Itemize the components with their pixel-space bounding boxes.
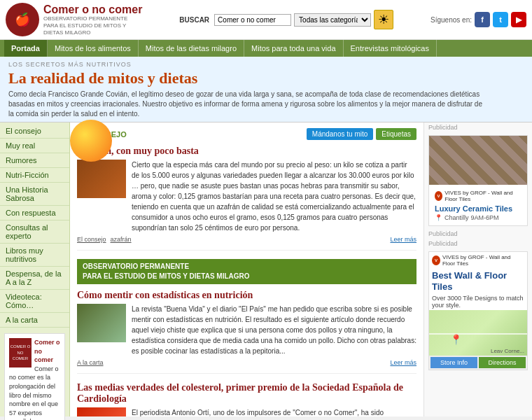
book-cover-image: COMER O NO COMER: [9, 338, 31, 368]
left-sidebar: El consejo Muy real Rumores Nutri-Ficció…: [0, 122, 70, 416]
search-category-select[interactable]: Todas las categorías: [294, 13, 371, 27]
article-colesterol-image: [77, 407, 126, 416]
book-description: Comer o no comer es la prolongación del …: [9, 365, 60, 420]
sidebar-item-carta[interactable]: A la carta: [0, 313, 69, 328]
article-estadisticas-image: [77, 304, 126, 342]
content-area: EL CONSEJO Mándanos tu mito Etiquetas Az…: [70, 122, 424, 416]
logo-text: Comer o no comer OBSERVATORIO PERMANENTE…: [43, 4, 142, 36]
article-colesterol-text-start: El periodista Antonio Ortí, uno de los i…: [132, 409, 384, 416]
article-estadisticas-tags: A la carta Leer más: [77, 359, 416, 366]
vives-label: VIVES by GROF - Wall and Floor Tiles: [444, 190, 522, 202]
sidebar-item-muyreal[interactable]: Muy real: [0, 139, 69, 153]
article-colesterol-text: El periodista Antonio Ortí, uno de los i…: [132, 407, 416, 416]
ad-tile-image: [429, 136, 527, 185]
site-title: Comer o no comer: [43, 4, 142, 16]
sidebar-item-rumores[interactable]: Rumores: [0, 153, 69, 168]
tags-button[interactable]: Etiquetas: [376, 128, 416, 140]
article-azafran-text: Cierto que la especia más cara del mundo…: [132, 160, 416, 233]
article-colesterol-body: El periodista Antonio Ortí, uno de los i…: [77, 407, 416, 416]
content-actions: Mándanos tu mito Etiquetas: [307, 128, 416, 140]
nav-item-mitos-dietas[interactable]: Mitos de las dietas milagro: [139, 40, 244, 57]
article-estadisticas-readmore[interactable]: Leer más: [390, 359, 416, 366]
twitter-icon[interactable]: t: [493, 12, 508, 27]
article-colesterol-title[interactable]: Las medias verdades del colesterol, prim…: [77, 382, 416, 405]
nav-item-entrevistas[interactable]: Entrevistas mitológicas: [344, 40, 438, 57]
ad-box-1: V VIVES by GROF - Wall and Floor Tiles L…: [428, 135, 528, 226]
sidebar-item-nutrificcion[interactable]: Nutri-Ficción: [0, 168, 69, 183]
sidebar-item-libros[interactable]: Libros muy nutritivos: [0, 244, 69, 267]
tag-carta[interactable]: A la carta: [77, 359, 104, 366]
logo-area: 🍎 Comer o no comer OBSERVATORIO PERMANEN…: [6, 3, 142, 36]
pub-label-2: Publicidad: [424, 229, 532, 239]
main-nav: Portada Mitos de los alimentos Mitos de …: [0, 40, 532, 57]
store-info-button[interactable]: Store Info: [430, 357, 477, 368]
sidebar-book: COMER O NO COMER Comer o no comer Comer …: [4, 333, 65, 420]
green-band-line1: OBSERVATORIO PERMANENTE: [83, 262, 411, 272]
siguenos-label: Síguenos en:: [430, 16, 472, 24]
ad1-location: 📍 Chantilly 9AM-6PM: [432, 214, 524, 223]
banner: LOS SECRETOS MÁS NUTRITIVOS La realidad …: [0, 57, 532, 122]
main-content: El consejo Muy real Rumores Nutri-Ficció…: [0, 122, 532, 416]
ad1-title: Luxury Ceramic Tiles: [432, 204, 524, 214]
green-band: OBSERVATORIO PERMANENTE PARA EL ESTUDIO …: [77, 259, 416, 284]
tag-azafran[interactable]: azafrán: [111, 236, 132, 243]
sidebar-item-videoteca[interactable]: Videoteca: Cómo…: [0, 290, 69, 313]
directions-button[interactable]: Directions: [479, 357, 526, 368]
article-azafran-readmore[interactable]: Leer más: [390, 236, 416, 243]
map-label: Leav Corne...: [491, 348, 524, 354]
nav-item-mitos-vida[interactable]: Mitos para toda una vida: [244, 40, 343, 57]
send-myth-button[interactable]: Mándanos tu mito: [307, 128, 374, 140]
article-azafran-tags: El consejo azafrán Leer más: [77, 236, 416, 243]
pub-label-3: Publicidad: [424, 239, 532, 248]
right-sidebar: Publicidad V VIVES by GROF - Wall and Fl…: [424, 122, 532, 416]
pub-label-1: Publicidad: [424, 122, 532, 132]
ad2-body: Over 3000 Tile Designs to match your sty…: [429, 293, 527, 310]
banner-tag: LOS SECRETOS MÁS NUTRITIVOS: [8, 61, 524, 68]
orange-decoration: [70, 120, 112, 162]
content-header: EL CONSEJO Mándanos tu mito Etiquetas: [77, 128, 416, 140]
ad2-vives-label: VIVES by GROF - Wall and Floor Tiles: [442, 254, 524, 267]
article-azafran: Azafrán, con muy poco basta Cierto que l…: [77, 146, 416, 251]
banner-title: La realidad de mitos y dietas: [8, 69, 524, 88]
header: 🍎 Comer o no comer OBSERVATORIO PERMANEN…: [0, 0, 532, 40]
article-estadisticas: Cómo mentir con estadísticas en nutrició…: [77, 290, 416, 374]
ad-box-2: V VIVES by GROF - Wall and Floor Tiles B…: [428, 251, 528, 370]
article-estadisticas-body: La revista "Buena Vida" y el diario "El …: [77, 304, 416, 356]
article-estadisticas-text: La revista "Buena Vida" y el diario "El …: [132, 304, 416, 356]
ad2-button-row: Store Info Directions: [429, 356, 527, 370]
green-band-line2: PARA EL ESTUDIO DE MITOS Y DIETAS MILAGR…: [83, 272, 411, 281]
article-azafran-title[interactable]: Azafrán, con muy poco basta: [77, 146, 416, 157]
ad2-vives-icon: V: [432, 255, 440, 265]
search-input[interactable]: [214, 14, 291, 26]
tag-consejo[interactable]: El consejo: [77, 236, 106, 243]
sidebar-item-consultas[interactable]: Consultas al experto: [0, 220, 69, 244]
banner-text: Como decía Francisco Grande Covián, el l…: [8, 90, 484, 119]
search-button[interactable]: ☀: [374, 10, 393, 29]
ad-1-content: V VIVES by GROF - Wall and Floor Tiles L…: [429, 185, 527, 225]
map-marker-icon: 📍: [450, 334, 462, 345]
sidebar-item-historia[interactable]: Una Historia Sabrosa: [0, 183, 69, 206]
search-area: BUSCAR Todas las categorías ☀: [179, 10, 393, 29]
vives-logo: V VIVES by GROF - Wall and Floor Tiles: [432, 188, 524, 204]
nav-item-portada[interactable]: Portada: [4, 40, 48, 57]
youtube-icon[interactable]: ▶: [511, 12, 526, 27]
vives-circle-icon: V: [435, 191, 442, 201]
ad2-vives-logo: V VIVES by GROF - Wall and Floor Tiles: [429, 252, 527, 269]
article-azafran-body: Cierto que la especia más cara del mundo…: [77, 160, 416, 233]
sidebar-item-respuesta[interactable]: Con respuesta: [0, 206, 69, 220]
search-label: BUSCAR: [179, 16, 209, 24]
map-road: [429, 333, 527, 335]
article-estadisticas-title[interactable]: Cómo mentir con estadísticas en nutrició…: [77, 290, 416, 301]
sidebar-item-despensa[interactable]: Despensa, de la A a la Z: [0, 267, 69, 290]
facebook-icon[interactable]: f: [475, 12, 490, 27]
nav-item-mitos-alimentos[interactable]: Mitos de los alimentos: [48, 40, 139, 57]
logo-image: 🍎: [6, 3, 39, 36]
social-area: Síguenos en: f t ▶: [430, 12, 526, 27]
ad2-map-image: 📍 Leav Corne...: [429, 310, 527, 356]
sidebar-item-consejo[interactable]: El consejo: [0, 124, 69, 139]
location-pin-icon: 📍: [435, 214, 442, 221]
article-azafran-image: [77, 160, 126, 198]
ad2-title: Best Wall & Floor Tiles: [429, 269, 527, 293]
site-subtitle: OBSERVATORIO PERMANENTE PARA EL ESTUDIO …: [43, 15, 134, 36]
article-colesterol: Las medias verdades del colesterol, prim…: [77, 382, 416, 416]
